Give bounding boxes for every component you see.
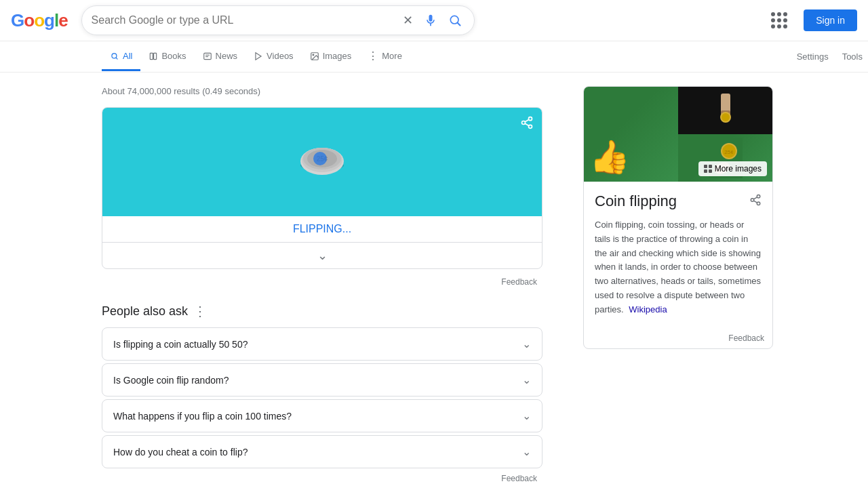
svg-rect-37	[704, 169, 707, 173]
tab-news-label: News	[216, 51, 238, 61]
paa-question-4[interactable]: How do you cheat a coin to flip? ⌄	[102, 436, 542, 468]
paa-menu-button[interactable]: ⋮	[193, 303, 207, 319]
paa-question-1-text: Is flipping a coin actually 50 50?	[113, 339, 248, 350]
svg-line-16	[525, 123, 529, 125]
info-card-feedback[interactable]: Feedback	[584, 328, 772, 348]
paa-header: People also ask ⋮	[102, 303, 542, 319]
search-icon	[448, 14, 462, 27]
svg-marker-10	[256, 52, 261, 60]
voice-search-button[interactable]	[421, 11, 440, 30]
search-button[interactable]	[446, 11, 465, 30]
paa-question-1[interactable]: Is flipping a coin actually 50 50? ⌄	[102, 328, 542, 360]
wikipedia-link[interactable]: Wikipedia	[629, 304, 667, 314]
tab-videos-label: Videos	[267, 51, 294, 61]
svg-line-17	[525, 119, 529, 121]
svg-text:25¢: 25¢	[724, 149, 733, 155]
header-right: Sign in	[766, 7, 857, 34]
svg-point-41	[757, 202, 760, 205]
info-card: 👍	[583, 86, 773, 349]
svg-line-4	[116, 58, 117, 59]
tab-more-label: More	[382, 51, 402, 61]
svg-point-15	[529, 125, 532, 128]
svg-point-40	[751, 198, 754, 201]
results-count: About 74,000,000 results (0.49 seconds)	[102, 86, 542, 96]
search-bar: flip a coin ✕	[81, 5, 475, 35]
paa-question-3-text: What happens if you flip a coin 100 time…	[113, 411, 292, 422]
paa-item-4: How do you cheat a coin to flip? ⌄	[102, 435, 542, 468]
settings-link[interactable]: Settings	[791, 43, 834, 70]
coin-dropdown-button[interactable]: ⌄	[102, 242, 542, 268]
svg-point-29	[722, 113, 730, 121]
left-column: About 74,000,000 results (0.49 seconds)	[102, 86, 542, 488]
paa-item-2: Is Google coin flip random? ⌄	[102, 363, 542, 396]
tab-books[interactable]: Books	[140, 43, 194, 71]
clear-icon: ✕	[403, 13, 413, 28]
widget-feedback[interactable]: Feedback	[102, 274, 542, 289]
tab-more[interactable]: ⋮ More	[359, 41, 410, 73]
info-card-body: Coin flipping Coin flipping, coin tossin…	[584, 182, 772, 328]
paa-question-3[interactable]: What happens if you flip a coin 100 time…	[102, 400, 542, 432]
paa-question-2[interactable]: Is Google coin flip random? ⌄	[102, 364, 542, 396]
search-icons: ✕	[400, 10, 465, 30]
info-card-description: Coin flipping, coin tossing, or heads or…	[595, 218, 762, 317]
apps-button[interactable]	[766, 7, 793, 34]
svg-rect-38	[709, 169, 712, 173]
hand-thumb-icon: 👍	[589, 138, 630, 176]
more-images-label: More images	[715, 164, 762, 174]
info-image-bottom-right: 25¢ More images	[678, 134, 772, 182]
coin-status-label[interactable]: FLIPPING...	[102, 216, 542, 242]
images-grid-icon	[704, 165, 712, 173]
tab-images-label: Images	[323, 51, 352, 61]
sign-in-button[interactable]: Sign in	[804, 9, 857, 31]
google-logo[interactable]: Google	[11, 10, 68, 31]
mic-icon	[424, 14, 437, 27]
svg-rect-5	[151, 53, 153, 59]
info-desc-text: Coin flipping, coin tossing, or heads or…	[595, 220, 761, 314]
tab-images[interactable]: Images	[302, 43, 360, 71]
svg-point-14	[522, 121, 526, 125]
svg-line-42	[753, 201, 757, 203]
clear-button[interactable]: ✕	[400, 10, 416, 30]
info-image-top-right	[678, 87, 772, 134]
tab-videos[interactable]: Videos	[245, 43, 302, 71]
share-icon	[749, 194, 762, 206]
tools-link[interactable]: Tools	[837, 43, 868, 70]
svg-line-2	[457, 23, 460, 26]
coin-hold-icon	[709, 90, 743, 131]
widget-share-button[interactable]	[520, 116, 534, 133]
info-share-button[interactable]	[749, 194, 762, 209]
info-title-text: Coin flipping	[595, 192, 677, 210]
paa-chevron-4: ⌄	[522, 445, 531, 458]
paa-title: People also ask	[102, 304, 188, 319]
paa-chevron-2: ⌄	[522, 373, 531, 386]
images-icon	[310, 52, 319, 61]
more-images-button[interactable]: More images	[698, 161, 767, 176]
tab-news[interactable]: News	[195, 43, 246, 71]
apps-grid-icon	[771, 12, 787, 28]
nav-settings: Settings Tools	[791, 43, 868, 70]
tab-all-label: All	[123, 51, 132, 61]
news-icon	[203, 52, 212, 61]
paa-chevron-1: ⌄	[522, 338, 531, 350]
share-icon	[520, 116, 534, 129]
paa-item-1: Is flipping a coin actually 50 50? ⌄	[102, 327, 542, 361]
svg-point-39	[757, 195, 760, 198]
svg-rect-6	[154, 53, 157, 59]
svg-rect-36	[709, 165, 712, 168]
search-input[interactable]: flip a coin	[92, 14, 400, 26]
books-icon	[149, 52, 158, 61]
nav-tabs: All Books News Videos Images ⋮ More Sett…	[0, 41, 868, 73]
coin-flip-widget: 25¢ FLIPPING... ⌄	[102, 107, 542, 269]
paa-item-3: What happens if you flip a coin 100 time…	[102, 399, 542, 432]
paa-chevron-3: ⌄	[522, 409, 531, 422]
people-also-ask-section: People also ask ⋮ Is flipping a coin act…	[102, 303, 542, 486]
coin-flip-visual: 25¢	[102, 108, 542, 216]
svg-point-13	[529, 117, 532, 121]
right-column: 👍	[583, 86, 773, 488]
info-images: 👍	[584, 87, 772, 182]
tab-books-label: Books	[161, 51, 186, 61]
header: Google flip a coin ✕	[0, 0, 868, 41]
paa-feedback[interactable]: Feedback	[102, 471, 542, 486]
tab-all[interactable]: All	[102, 43, 140, 71]
svg-point-24	[313, 152, 327, 165]
